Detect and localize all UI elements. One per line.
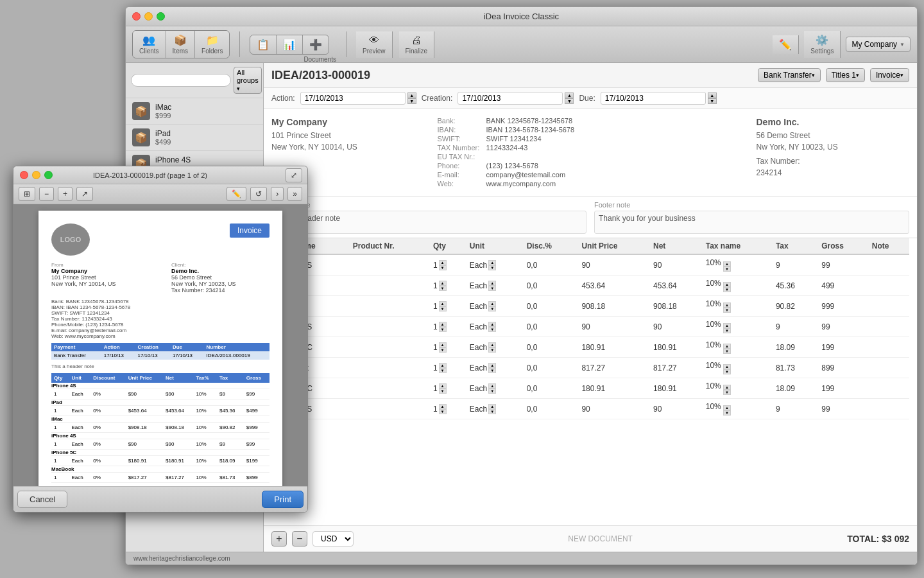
qty-up[interactable]: ▲ [439,260,447,265]
footer-note-content[interactable]: Thank you for your business [594,211,909,234]
unit-up[interactable]: ▲ [488,322,496,327]
qty-up[interactable]: ▲ [439,383,447,389]
qty-up[interactable]: ▲ [439,301,447,306]
action-date-up[interactable]: ▲ [407,92,416,98]
preview-button[interactable]: 👁 Preview [356,31,393,58]
sidebar-item[interactable]: 📦 iMac $999 [126,98,263,125]
sidebar-item[interactable]: 📦 iPad $499 [126,125,263,151]
tax-down[interactable]: ▼ [723,267,731,272]
titles-dropdown[interactable]: Titles 1 [826,68,865,82]
new-document-label[interactable]: NEW DOCUMENT [359,534,842,543]
cancel-button[interactable]: Cancel [17,491,67,508]
folders-button[interactable]: 📁 Folders [195,31,229,58]
tax-up[interactable]: ▲ [723,405,731,410]
unit-down[interactable]: ▼ [488,327,496,332]
due-date-down[interactable]: ▼ [708,98,717,104]
qty-down[interactable]: ▼ [439,327,447,332]
qty-up[interactable]: ▲ [439,342,447,347]
creation-date-input[interactable] [458,92,563,105]
tax-down[interactable]: ▼ [723,410,731,416]
settings-button[interactable]: ⚙️ Settings [804,31,841,58]
pdf-close-button[interactable] [20,171,28,179]
unit-up[interactable]: ▲ [488,281,496,286]
tax-up[interactable]: ▲ [723,282,731,287]
action-date-input[interactable] [300,92,406,105]
finalize-button[interactable]: 🖨 Finalize [399,31,434,58]
pdf-nav-forward-button[interactable]: › [271,187,284,201]
unit-down[interactable]: ▼ [488,368,496,373]
print-button[interactable]: Print [262,491,304,508]
pdf-maximize-button[interactable] [44,171,53,179]
unit-up[interactable]: ▲ [488,363,496,368]
pdf-rotate-button[interactable]: ↺ [250,187,267,201]
edit-button[interactable]: ✏️ [773,35,799,54]
qty-down[interactable]: ▼ [439,306,447,311]
remove-item-button[interactable]: − [292,531,307,547]
tax-down[interactable]: ▼ [723,287,731,292]
header-note-content[interactable]: This a header note [271,211,586,234]
minimize-button[interactable] [144,12,153,21]
unit-up[interactable]: ▲ [488,301,496,306]
tax-down[interactable]: ▼ [723,390,731,395]
pdf-nav-end-button[interactable]: » [287,187,302,201]
qty-up[interactable]: ▲ [439,322,447,327]
unit-up[interactable]: ▲ [488,342,496,347]
unit-down[interactable]: ▼ [488,347,496,353]
company-name: My Company [851,40,897,49]
unit-down[interactable]: ▼ [488,389,496,394]
action-date-down[interactable]: ▼ [407,98,416,104]
pdf-zoom-out-button[interactable]: − [39,187,54,201]
payment-dropdown[interactable]: Bank Transfer [758,68,821,82]
tax-up[interactable]: ▲ [723,323,731,328]
unit-down[interactable]: ▼ [488,265,496,270]
qty-down[interactable]: ▼ [439,265,447,270]
tax-down[interactable]: ▼ [723,308,731,313]
qty-down[interactable]: ▼ [439,389,447,394]
unit-down[interactable]: ▼ [488,306,496,311]
company-dropdown[interactable]: My Company [846,37,911,52]
search-input[interactable] [131,74,231,87]
tax-down[interactable]: ▼ [723,349,731,354]
pdf-share-button[interactable]: ↗ [76,187,93,201]
pdf-expand-button[interactable]: ⤢ [286,168,302,182]
qty-up[interactable]: ▲ [439,363,447,368]
add-item-button[interactable]: + [271,531,287,547]
creation-date-down[interactable]: ▼ [565,98,574,104]
qty-up[interactable]: ▲ [439,404,447,409]
qty-down[interactable]: ▼ [439,286,447,291]
unit-down[interactable]: ▼ [488,409,496,414]
tax-up[interactable]: ▲ [723,302,731,308]
qty-down[interactable]: ▼ [439,347,447,353]
maximize-button[interactable] [157,12,165,21]
pdf-view-mode-button[interactable]: ⊞ [19,187,35,201]
qty-up[interactable]: ▲ [439,281,447,286]
due-date-input[interactable] [601,92,706,105]
pdf-minimize-button[interactable] [32,171,40,179]
tax-down[interactable]: ▼ [723,328,731,333]
clients-button[interactable]: 👥 Clients [133,31,166,58]
type-dropdown[interactable]: Invoice [870,68,909,82]
tax-up[interactable]: ▲ [723,364,731,369]
documents-button[interactable]: 📋 [250,35,277,54]
add-button[interactable]: ➕ [303,35,329,54]
tax-down[interactable]: ▼ [723,369,731,374]
chart-button[interactable]: 📊 [277,35,303,54]
creation-date-up[interactable]: ▲ [565,92,574,98]
currency-select[interactable]: USD EUR [312,531,354,547]
due-date-up[interactable]: ▲ [708,92,717,98]
group-selector[interactable]: All groups [234,67,262,94]
close-button[interactable] [132,12,141,21]
unit-up[interactable]: ▲ [488,404,496,409]
unit-up[interactable]: ▲ [488,260,496,265]
tax-up[interactable]: ▲ [723,385,731,390]
tax-up[interactable]: ▲ [723,261,731,267]
pdf-annotate-button[interactable]: ✏️ [227,187,246,201]
items-button[interactable]: 📦 Items [166,31,195,58]
pdf-zoom-in-button[interactable]: + [58,187,73,201]
unit-down[interactable]: ▼ [488,286,496,291]
qty-down[interactable]: ▼ [439,368,447,373]
tax-up[interactable]: ▲ [723,344,731,349]
unit-up[interactable]: ▲ [488,383,496,389]
items-label: Items [173,48,188,55]
qty-down[interactable]: ▼ [439,409,447,414]
